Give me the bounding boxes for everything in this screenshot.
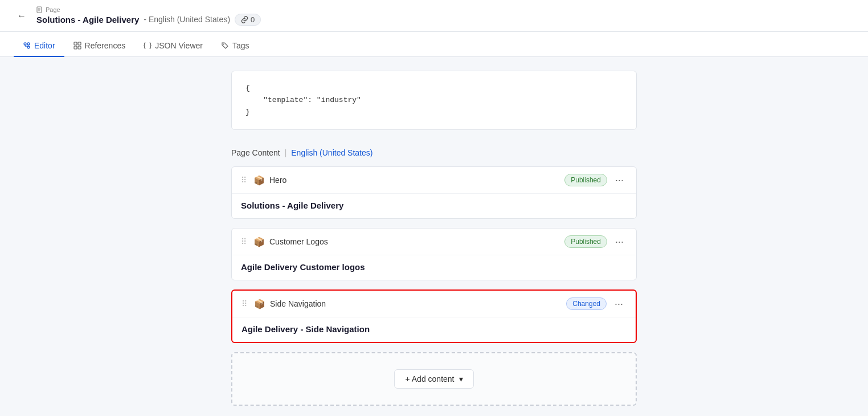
code-block: { "template": "industry" } bbox=[231, 71, 637, 130]
drag-handle-customer-logos[interactable]: ⠿ bbox=[241, 237, 247, 246]
side-navigation-menu-button[interactable]: ··· bbox=[611, 297, 627, 310]
content-card-hero: ⠿ 📦 Hero Published ··· Solutions - Agile… bbox=[231, 166, 637, 219]
code-line-3: } bbox=[245, 107, 623, 119]
section-divider: | bbox=[285, 148, 287, 157]
card-header-side-navigation: ⠿ 📦 Side Navigation Changed ··· bbox=[232, 291, 636, 317]
svg-rect-11 bbox=[74, 46, 77, 49]
svg-rect-9 bbox=[74, 42, 77, 45]
code-line-2: "template": "industry" bbox=[245, 95, 623, 107]
page-icon bbox=[36, 6, 43, 13]
code-line-1: { bbox=[245, 83, 623, 95]
tabs-bar: Editor References JSON Viewer Tags bbox=[0, 32, 868, 57]
header-title-row: Solutions - Agile Delivery - English (Un… bbox=[36, 14, 261, 26]
svg-point-13 bbox=[223, 44, 224, 45]
hero-type-label: Hero bbox=[269, 176, 560, 185]
svg-point-4 bbox=[24, 43, 26, 45]
side-navigation-title: Agile Delivery - Side Navigation bbox=[241, 324, 370, 334]
link-icon bbox=[241, 16, 248, 23]
card-body-side-navigation: Agile Delivery - Side Navigation bbox=[232, 317, 636, 342]
customer-logos-icon: 📦 bbox=[253, 236, 265, 247]
header: ← Page Solutions - Agile Delivery - Engl… bbox=[0, 0, 868, 32]
svg-rect-10 bbox=[78, 42, 81, 45]
add-content-area: + Add content ▾ bbox=[231, 352, 637, 406]
hero-status-badge: Published bbox=[564, 174, 607, 186]
content-card-side-navigation: ⠿ 📦 Side Navigation Changed ··· Agile De… bbox=[231, 289, 637, 343]
customer-logos-type-label: Customer Logos bbox=[269, 237, 560, 246]
editor-icon bbox=[23, 42, 31, 50]
side-navigation-status-badge: Changed bbox=[566, 297, 607, 310]
section-header: Page Content | English (United States) bbox=[231, 148, 637, 157]
add-content-label: + Add content bbox=[405, 374, 454, 384]
card-body-customer-logos: Agile Delivery Customer logos bbox=[232, 255, 636, 280]
customer-logos-title: Agile Delivery Customer logos bbox=[241, 262, 365, 272]
content-card-customer-logos: ⠿ 📦 Customer Logos Published ··· Agile D… bbox=[231, 228, 637, 280]
customer-logos-status-badge: Published bbox=[564, 235, 607, 248]
json-icon bbox=[144, 42, 152, 50]
header-meta: Page Solutions - Agile Delivery - Englis… bbox=[36, 6, 261, 26]
side-navigation-type-label: Side Navigation bbox=[270, 299, 562, 308]
side-navigation-icon: 📦 bbox=[254, 299, 265, 309]
hero-menu-button[interactable]: ··· bbox=[612, 174, 627, 186]
back-button[interactable]: ← bbox=[14, 8, 30, 24]
svg-point-6 bbox=[27, 43, 30, 45]
customer-logos-menu-button[interactable]: ··· bbox=[612, 235, 627, 248]
section-locale: English (United States) bbox=[291, 148, 372, 157]
hero-icon: 📦 bbox=[253, 175, 265, 186]
page-type-label: Page bbox=[36, 6, 261, 13]
card-header-hero: ⠿ 📦 Hero Published ··· bbox=[232, 167, 636, 194]
tags-icon bbox=[221, 42, 229, 50]
drag-handle-hero[interactable]: ⠿ bbox=[241, 176, 247, 185]
section-label: Page Content bbox=[231, 148, 280, 157]
main-content: { "template": "industry" } Page Content … bbox=[0, 57, 868, 416]
hero-title: Solutions - Agile Delivery bbox=[241, 201, 343, 210]
card-header-customer-logos: ⠿ 📦 Customer Logos Published ··· bbox=[232, 229, 636, 255]
card-body-hero: Solutions - Agile Delivery bbox=[232, 194, 636, 218]
link-badge[interactable]: 0 bbox=[235, 14, 261, 26]
content-wrapper: { "template": "industry" } Page Content … bbox=[218, 71, 650, 406]
chevron-down-icon: ▾ bbox=[459, 374, 463, 384]
tab-json-viewer[interactable]: JSON Viewer bbox=[134, 35, 212, 57]
page-content-section: Page Content | English (United States) ⠿… bbox=[231, 148, 637, 406]
drag-handle-side-navigation[interactable]: ⠿ bbox=[241, 299, 247, 308]
tab-editor[interactable]: Editor bbox=[14, 35, 64, 57]
add-content-button[interactable]: + Add content ▾ bbox=[394, 369, 473, 389]
svg-rect-12 bbox=[78, 46, 81, 49]
page-locale: - English (United States) bbox=[144, 15, 230, 24]
tab-references[interactable]: References bbox=[64, 35, 135, 57]
tab-tags[interactable]: Tags bbox=[212, 35, 259, 57]
references-icon bbox=[73, 42, 81, 50]
page-title: Solutions - Agile Delivery bbox=[36, 15, 139, 25]
